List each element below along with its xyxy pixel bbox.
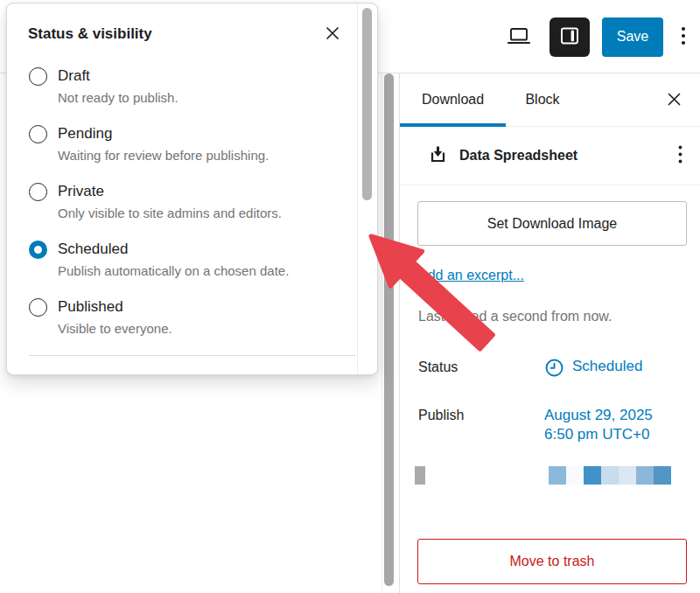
- tab-download[interactable]: Download: [400, 73, 506, 126]
- canvas-edge-divider: [382, 73, 382, 593]
- document-options-button[interactable]: [673, 140, 688, 171]
- editor-window: Save Download Block: [0, 0, 700, 593]
- blue-swatch: [654, 466, 671, 485]
- status-radio-group: Draft Not ready to publish. Pending Wait…: [7, 45, 377, 338]
- move-to-trash-button[interactable]: Move to trash: [417, 539, 687, 584]
- radio-icon: [29, 67, 47, 86]
- radio-option-pending[interactable]: Pending Waiting for review before publis…: [29, 124, 342, 164]
- close-icon: [667, 92, 682, 109]
- save-button[interactable]: Save: [602, 17, 663, 57]
- close-popover-button[interactable]: [321, 23, 344, 45]
- radio-icon: [29, 241, 47, 259]
- close-sidebar-button[interactable]: [660, 87, 688, 115]
- settings-sidebar-toggle-button[interactable]: [550, 17, 590, 57]
- popover-divider: [29, 355, 356, 356]
- status-value-link[interactable]: Scheduled: [572, 358, 642, 375]
- blue-swatch: [549, 466, 566, 485]
- laptop-icon: [506, 24, 532, 50]
- document-title: Data Spreadsheet: [459, 148, 662, 164]
- publish-label: Publish: [418, 406, 544, 444]
- publish-date-link[interactable]: August 29, 2025 6:50 pm UTC+0: [544, 406, 653, 444]
- clock-icon: [544, 358, 564, 381]
- editor-scrollbar-thumb[interactable]: [384, 73, 394, 586]
- publish-row: Publish August 29, 2025 6:50 pm UTC+0: [417, 406, 686, 444]
- sidebar-right-icon: [558, 24, 581, 50]
- options-menu-button[interactable]: [676, 21, 691, 53]
- popover-title: Status & visibility: [28, 25, 321, 43]
- blue-swatch: [636, 466, 654, 485]
- download-block-icon: [428, 143, 448, 169]
- status-row: Status Scheduled: [417, 358, 686, 381]
- radio-icon: [29, 183, 47, 201]
- blue-swatch: [566, 466, 584, 485]
- popover-scroll-track: [357, 3, 358, 374]
- status-visibility-popover: Status & visibility Draft Not ready to p…: [6, 3, 378, 375]
- set-download-image-button[interactable]: Set Download Image: [417, 201, 687, 246]
- tab-block[interactable]: Block: [506, 73, 579, 126]
- sidebar-tabs: Download Block: [400, 73, 700, 127]
- kebab-menu-icon: [681, 26, 686, 48]
- radio-option-private[interactable]: Private Only visible to site admins and …: [29, 182, 342, 222]
- kebab-menu-icon: [678, 145, 682, 166]
- radio-option-scheduled[interactable]: Scheduled Publish automatically on a cho…: [29, 240, 342, 280]
- last-edited-text: Last edited a second from now.: [418, 309, 686, 324]
- status-label: Status: [418, 358, 544, 381]
- settings-sidebar: Download Block Data Spreadsheet: [399, 73, 700, 593]
- popover-scrollbar-thumb[interactable]: [362, 8, 372, 200]
- preview-button[interactable]: [500, 19, 537, 55]
- blue-swatch: [584, 466, 601, 485]
- radio-icon: [29, 298, 47, 317]
- close-icon: [325, 25, 340, 44]
- radio-option-published[interactable]: Published Visible to everyone.: [29, 297, 342, 338]
- gray-swatch: [415, 466, 425, 485]
- loading-swatches-row: [417, 466, 686, 485]
- document-summary-row: Data Spreadsheet: [400, 127, 700, 185]
- add-excerpt-link[interactable]: Add an excerpt...: [418, 268, 524, 283]
- blue-swatch: [619, 466, 636, 485]
- blue-swatch: [601, 466, 619, 485]
- radio-option-draft[interactable]: Draft Not ready to publish.: [29, 66, 342, 107]
- radio-icon: [29, 125, 47, 143]
